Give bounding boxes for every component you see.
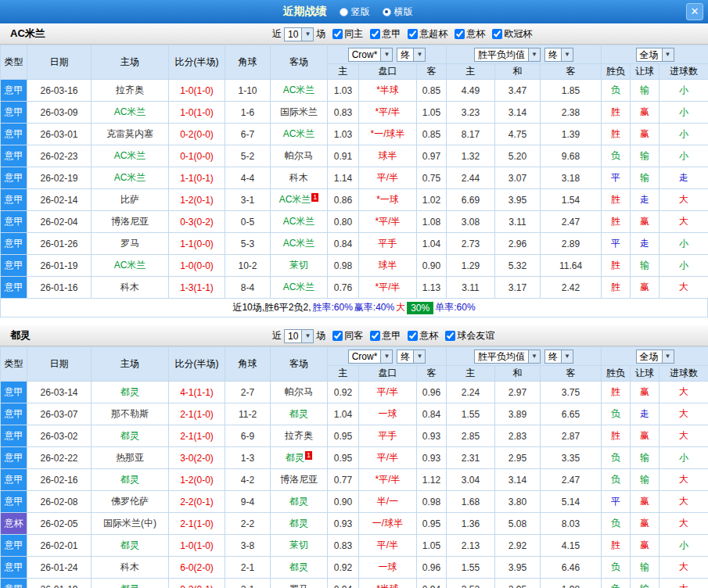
euro-draw-odds: 3.14: [495, 102, 541, 124]
checkbox-input[interactable]: [492, 29, 502, 39]
close-icon[interactable]: ✕: [686, 3, 703, 20]
handicap-result-cell: 赢: [631, 491, 659, 513]
checkbox-input[interactable]: [370, 331, 380, 341]
score-cell: 1-2(0-0): [169, 469, 225, 491]
handicap-result-cell: 输: [631, 447, 659, 469]
recent-results-panel: 近期战绩 竖版 横版 ✕ AC米兰近10▼场同主意甲意超杯意杯欧冠杯类型日期主场…: [0, 0, 708, 588]
scope-dropdown[interactable]: 全场▼: [636, 350, 674, 364]
handicap-cell: 平/半: [359, 447, 417, 469]
euro-draw-odds: 3.07: [495, 167, 541, 189]
match-row: 意杯26-02-05国际米兰(中)2-1(1-0)2-2都灵0.93一/球半0.…: [1, 513, 708, 535]
handicap-cell: 一球: [359, 403, 417, 425]
home-team-cell: 比萨: [92, 189, 169, 211]
filter-checkbox[interactable]: 球会友谊: [445, 329, 494, 342]
games-count-dropdown[interactable]: 10▼: [284, 27, 314, 41]
odds-company-dropdown[interactable]: Crow*▼: [348, 350, 394, 364]
checkbox-input[interactable]: [370, 29, 380, 39]
sub-asia-away: 客: [417, 64, 447, 80]
match-row: 意甲26-02-14比萨1-2(0-1)3-1AC米兰10.86*一球1.026…: [1, 189, 708, 211]
euro-draw-odds: 3.95: [495, 189, 541, 211]
filter-checkbox[interactable]: 意甲: [370, 27, 401, 41]
match-row: 意甲26-01-19AC米兰1-0(0-0)10-2莱切0.98球半0.901.…: [1, 255, 708, 277]
euro-away-odds: 2.89: [541, 233, 602, 255]
home-team-cell: AC米兰: [92, 145, 169, 167]
sub-euro-away: 客: [541, 366, 602, 382]
euro-home-odds: 1.55: [447, 403, 495, 425]
match-type-cell: 意甲: [1, 211, 27, 233]
radio-vertical-layout[interactable]: 竖版: [340, 5, 370, 19]
corner-cell: 1-3: [225, 447, 271, 469]
team-name: AC米兰: [0, 27, 45, 41]
away-team-cell: AC米兰: [271, 277, 328, 299]
euro-home-odds: 3.11: [447, 277, 495, 299]
avg-odds-dropdown[interactable]: 胜平负均值▼: [474, 350, 541, 364]
home-team-cell: 热那亚: [92, 447, 169, 469]
scope-dropdown[interactable]: 全场▼: [636, 48, 674, 62]
odds-time-dropdown[interactable]: 终▼: [397, 350, 426, 364]
filter-checkbox[interactable]: 欧冠杯: [492, 27, 532, 41]
avg-time-dropdown[interactable]: 终▼: [544, 350, 573, 364]
checkbox-input[interactable]: [455, 29, 465, 39]
checkbox-input[interactable]: [408, 331, 418, 341]
match-row: 意甲26-03-16拉齐奥1-0(1-0)1-10AC米兰1.03*半球0.85…: [1, 80, 708, 102]
result-cell: 负: [602, 579, 631, 588]
handicap-result-cell: 输: [631, 557, 659, 579]
date-cell: 26-02-01: [27, 535, 92, 557]
corner-cell: 4-4: [225, 167, 271, 189]
euro-draw-odds: 5.08: [495, 513, 541, 535]
odds-time-dropdown[interactable]: 终▼: [397, 48, 426, 62]
away-team-cell: 都灵: [271, 557, 328, 579]
filter-checkbox[interactable]: 同客: [332, 329, 363, 342]
score-cell: 2-1(1-0): [169, 425, 225, 447]
checkbox-input[interactable]: [445, 331, 455, 341]
match-type-cell: 意甲: [1, 277, 27, 299]
filter-checkbox[interactable]: 意超杯: [408, 27, 447, 41]
date-cell: 26-02-08: [27, 491, 92, 513]
goals-cell: 小: [659, 233, 708, 255]
result-cell: 胜: [602, 535, 631, 557]
home-team-cell: AC米兰: [92, 255, 169, 277]
near-label: 近: [272, 27, 282, 41]
euro-away-odds: 3.75: [541, 382, 602, 403]
away-team-cell: 拉齐奥: [271, 425, 328, 447]
handicap-result-cell: 走: [631, 189, 659, 211]
filter-checkbox[interactable]: 意杯: [455, 27, 485, 41]
checkbox-label: 意超杯: [419, 27, 447, 41]
rank-badge: 1: [311, 193, 318, 202]
euro-draw-odds: 2.95: [495, 447, 541, 469]
filter-checkbox[interactable]: 同主: [332, 27, 363, 41]
asia-home-odds: 1.03: [328, 80, 359, 102]
handicap-cell: *一/球半: [359, 124, 417, 145]
checkbox-input[interactable]: [408, 29, 418, 39]
filter-checkbox[interactable]: 意杯: [408, 329, 438, 342]
result-cell: 负: [602, 80, 631, 102]
euro-home-odds: 2.24: [447, 382, 495, 403]
goals-cell: 大: [659, 211, 708, 233]
match-type-cell: 意甲: [1, 255, 27, 277]
euro-home-odds: 4.49: [447, 80, 495, 102]
chevron-down-icon: ▼: [528, 350, 540, 363]
radio-horizontal-layout[interactable]: 横版: [383, 5, 413, 19]
euro-draw-odds: 3.14: [495, 469, 541, 491]
asia-away-odds: 0.96: [417, 557, 447, 579]
handicap-cell: *平/半: [359, 211, 417, 233]
match-row: 意甲26-02-19AC米兰1-1(0-1)4-4科木1.14平/半0.752.…: [1, 167, 708, 189]
filter-controls: 近10▼场同客意甲意杯球会友谊: [272, 325, 494, 346]
scope-controls: 全场▼: [602, 45, 708, 64]
euro-odds-controls: 胜平负均值▼终▼: [447, 45, 602, 64]
filter-checkbox[interactable]: 意甲: [370, 329, 401, 342]
games-count-dropdown[interactable]: 10▼: [284, 329, 314, 343]
result-cell: 胜: [602, 189, 631, 211]
checkbox-input[interactable]: [332, 331, 343, 341]
result-cell: 平: [602, 167, 631, 189]
corner-cell: 11-2: [225, 403, 271, 425]
sub-asia-home: 主: [328, 366, 359, 382]
avg-time-dropdown[interactable]: 终▼: [544, 48, 573, 62]
checkbox-label: 意甲: [382, 27, 401, 41]
euro-draw-odds: 2.92: [495, 535, 541, 557]
goals-cell: 大: [659, 579, 708, 588]
avg-odds-dropdown[interactable]: 胜平负均值▼: [474, 48, 541, 62]
odds-company-dropdown[interactable]: Crow*▼: [348, 48, 394, 62]
checkbox-input[interactable]: [332, 29, 343, 39]
games-count-dropdown-value: 10: [285, 330, 301, 342]
